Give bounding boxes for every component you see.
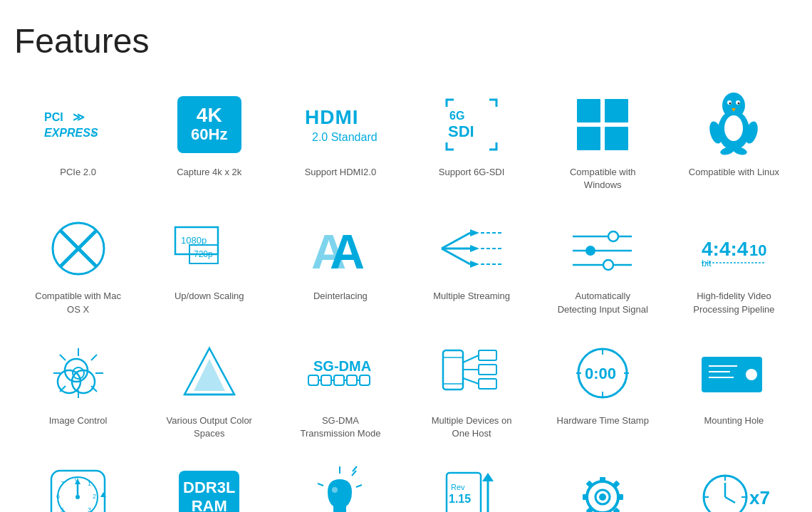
sgdma-label: SG-DMA Transmission Mode [294, 414, 387, 440]
feature-imagecontrol: Image Control [14, 330, 142, 447]
feature-memory: DDR3L RAM High-speed Memory [145, 454, 273, 512]
svg-line-33 [442, 233, 470, 249]
svg-point-45 [585, 246, 595, 256]
svg-point-47 [603, 260, 613, 270]
svg-line-82 [463, 378, 479, 384]
svg-rect-83 [479, 350, 496, 360]
svg-text:1.15: 1.15 [449, 493, 471, 505]
windows-icon [563, 89, 642, 160]
firmware-icon: Rev 1.15 [432, 461, 511, 512]
svg-text:SDI: SDI [448, 122, 474, 140]
svg-text:1: 1 [88, 480, 91, 487]
6gsdi-icon: 6G SDI [432, 89, 511, 160]
mounting-icon [694, 338, 773, 409]
svg-line-113 [356, 485, 362, 487]
svg-point-118 [332, 487, 338, 493]
feature-multidevice: Multiple Devices on One Host [408, 330, 536, 447]
feature-6gsdi: 6G SDI Support 6G-SDI [408, 82, 536, 199]
feature-timestamp: 0:00 Hardware Time Stamp [539, 330, 667, 447]
svg-point-18 [738, 102, 740, 104]
svg-line-35 [442, 249, 470, 264]
svg-text:10: 10 [749, 241, 766, 259]
svg-point-109 [76, 495, 80, 499]
feature-sgdma: SG-DMA SG-DMA Transmission Mode [276, 330, 404, 447]
svg-text:Rev: Rev [451, 483, 465, 491]
multidevice-label: Multiple Devices on One Host [425, 414, 518, 440]
autodetect-icon [563, 213, 642, 284]
pcie-icon: PCI ≫ EXPRESS ® [39, 89, 118, 160]
svg-text:4:4:4: 4:4:4 [702, 238, 749, 260]
mounting-label: Mounting Hole [704, 414, 764, 427]
features-grid: PCI ≫ EXPRESS ® PCIe 2.0 4K 60Hz Capture… [14, 82, 798, 512]
linux-label: Compatible with Linux [689, 166, 779, 179]
memory-icon: DDR3L RAM [170, 461, 249, 512]
deinterlace-label: Deinterlacing [313, 290, 368, 303]
svg-text:SG-DMA: SG-DMA [313, 358, 371, 374]
svg-text:A: A [330, 224, 365, 277]
svg-rect-126 [600, 477, 605, 483]
svg-text:®: ® [91, 130, 97, 138]
svg-text:3: 3 [88, 506, 91, 512]
page-title: Features [14, 21, 798, 61]
svg-line-115 [318, 484, 323, 486]
feature-4k60: 4K 60Hz Capture 4k x 2k [145, 82, 273, 199]
commondriver-icon [563, 461, 642, 512]
colorspaces-label: Various Output Color Spaces [163, 414, 256, 440]
streaming-icon [432, 213, 511, 284]
svg-line-112 [352, 471, 356, 476]
scaling-label: Up/down Scaling [175, 290, 244, 303]
imagecontrol-label: Image Control [49, 414, 108, 427]
svg-marker-65 [194, 359, 225, 391]
svg-rect-71 [347, 375, 357, 385]
colorspaces-icon [170, 338, 249, 409]
macos-label: Compatible with Mac OS X [32, 290, 125, 315]
feature-autodetect: Automatically Detecting Input Signal [539, 206, 667, 323]
feature-colorspaces: Various Output Color Spaces [145, 330, 273, 447]
svg-text:2.0 Standard: 2.0 Standard [312, 131, 378, 143]
rotary-icon: 0 1 2 3 4 5 6 7 [39, 461, 118, 512]
svg-marker-36 [470, 229, 479, 236]
feature-rotary: 0 1 2 3 4 5 6 7 Rotary Switch [14, 454, 142, 512]
svg-text:2: 2 [93, 493, 96, 500]
feature-mounting: Mounting Hole [670, 330, 798, 447]
hdmi-icon: HDMI 2.0 Standard [301, 89, 380, 160]
feature-linux: Compatible with Linux [670, 82, 798, 199]
feature-firmware: Rev 1.15 Firmware Upgrade [408, 454, 536, 512]
led-icon [301, 461, 380, 512]
macos-icon [39, 213, 118, 284]
timestamp-label: Hardware Time Stamp [557, 414, 649, 427]
svg-marker-38 [470, 261, 479, 268]
svg-rect-128 [583, 494, 588, 500]
svg-point-43 [608, 231, 618, 241]
svg-point-14 [724, 115, 743, 141]
svg-text:5: 5 [61, 506, 64, 512]
svg-point-17 [729, 102, 732, 104]
svg-text:EXPRESS: EXPRESS [44, 127, 98, 139]
feature-pcie: PCI ≫ EXPRESS ® PCIe 2.0 [14, 82, 142, 199]
feature-scaling: 1080p 720p Up/down Scaling [145, 206, 273, 323]
svg-text:720p: 720p [194, 249, 213, 259]
hfvp-label: High-fidelity Video Processing Pipeline [687, 290, 780, 315]
svg-text:0:00: 0:00 [585, 365, 616, 382]
svg-rect-72 [360, 375, 370, 385]
4k60-label: Capture 4k x 2k [177, 166, 241, 179]
6gsdi-label: Support 6G-SDI [439, 166, 505, 179]
svg-text:≫: ≫ [73, 111, 85, 123]
svg-text:1080p: 1080p [181, 235, 207, 246]
feature-hdmi: HDMI 2.0 Standard Support HDMI2.0 [276, 82, 404, 199]
hdmi-label: Support HDMI2.0 [305, 166, 376, 179]
svg-line-59 [91, 355, 97, 360]
svg-rect-129 [618, 494, 623, 500]
svg-rect-8 [577, 99, 600, 122]
svg-line-57 [60, 355, 66, 360]
svg-text:HDMI: HDMI [305, 106, 359, 128]
linux-icon [694, 89, 773, 160]
svg-rect-68 [308, 375, 318, 385]
svg-line-80 [463, 355, 479, 362]
svg-rect-84 [479, 365, 496, 375]
feature-macos: Compatible with Mac OS X [14, 206, 142, 323]
svg-rect-85 [479, 379, 496, 389]
svg-text:7: 7 [61, 480, 64, 487]
svg-rect-70 [334, 375, 344, 385]
pcie-label: PCIe 2.0 [60, 166, 96, 179]
